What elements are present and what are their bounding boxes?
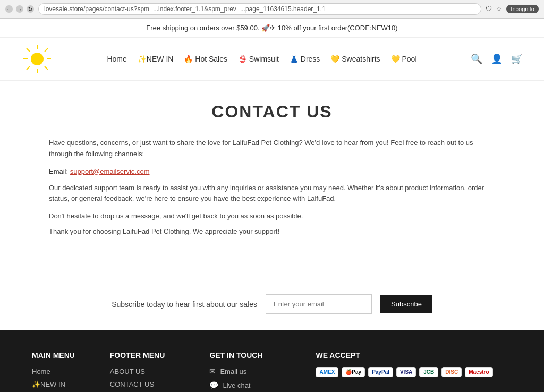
- browser-controls: ← → ↻: [5, 5, 34, 13]
- footer-nav-new-in[interactable]: ✨NEW IN: [32, 380, 65, 388]
- subscribe-button[interactable]: Subscribe: [380, 295, 432, 313]
- contact-note: Don't hesitate to drop us a message, and…: [49, 212, 495, 220]
- maestro-card: Maestro: [465, 367, 492, 377]
- nav-home[interactable]: Home: [107, 55, 126, 63]
- footer-main-menu: MAIN MENU Home ✨NEW IN 🔥 Hot Sales 👙 Swi…: [32, 351, 78, 392]
- visa-card: VISA: [396, 367, 416, 377]
- main-content: CONTACT US Have questions, concerns, or …: [0, 81, 544, 330]
- email-label: Email:: [49, 167, 68, 175]
- nav-sweatshirts[interactable]: 💛 Sweatshirts: [330, 55, 380, 63]
- we-accept-title: We accept: [316, 351, 492, 360]
- nav-swimsuit[interactable]: 👙 Swimsuit: [238, 55, 279, 63]
- list-item: CONTACT US: [110, 380, 178, 388]
- email-us-link[interactable]: Email us: [220, 368, 246, 376]
- jcb-card: JCB: [419, 367, 438, 377]
- chat-icon: 💬: [209, 381, 218, 389]
- header-icons: 🔍 👤 🛒: [471, 53, 523, 65]
- announcement-text: Free shipping on orders over $59.00. 🚀✈ …: [146, 24, 397, 32]
- extension-icon: 🛡: [486, 5, 492, 13]
- account-icon[interactable]: 👤: [491, 53, 503, 65]
- svg-line-8: [27, 66, 30, 70]
- footer-about-us[interactable]: ABOUT US: [110, 368, 145, 376]
- footer-top: MAIN MENU Home ✨NEW IN 🔥 Hot Sales 👙 Swi…: [32, 351, 512, 392]
- svg-line-6: [45, 66, 48, 70]
- svg-line-7: [45, 48, 48, 52]
- list-item: ✨NEW IN: [32, 380, 78, 388]
- cart-icon[interactable]: 🛒: [511, 53, 523, 65]
- site-header: Home ✨NEW IN 🔥 Hot Sales 👙 Swimsuit 👗 Dr…: [0, 38, 544, 81]
- nav-dress[interactable]: 👗 Dress: [290, 55, 320, 63]
- footer-menu-list: ABOUT US CONTACT US PRIVACY POLICY SHIPP…: [110, 367, 178, 392]
- footer-menu-title: Footer menu: [110, 351, 178, 360]
- forward-button[interactable]: →: [16, 5, 23, 13]
- list-item: ABOUT US: [110, 367, 178, 376]
- live-chat-item: 💬 Live chat: [209, 381, 284, 389]
- site-logo[interactable]: [21, 43, 53, 75]
- incognito-badge: Incognito: [506, 5, 539, 13]
- main-menu-list: Home ✨NEW IN 🔥 Hot Sales 👙 Swimsuit 👗 Dr…: [32, 367, 78, 392]
- browser-right: 🛡 ☆ Incognito: [486, 5, 539, 13]
- svg-point-0: [31, 53, 44, 65]
- nav-hot-sales[interactable]: 🔥 Hot Sales: [184, 55, 227, 63]
- email-line: Email: support@emailservic.com: [49, 167, 495, 175]
- site-footer: MAIN MENU Home ✨NEW IN 🔥 Hot Sales 👙 Swi…: [0, 330, 544, 392]
- star-icon: ☆: [496, 5, 502, 13]
- contact-thanks: Thank you for choosing LaifuFad Pet Clot…: [49, 227, 495, 235]
- url-bar[interactable]: lovesale.store/pages/contact-us?spm=...i…: [38, 3, 481, 15]
- contact-body: Our dedicated support team is ready to a…: [49, 183, 495, 205]
- footer-we-accept: We accept AMEX 🍎Pay PayPal VISA JCB DISC…: [316, 351, 492, 392]
- paypal-card: PayPal: [368, 367, 393, 377]
- payment-icons: AMEX 🍎Pay PayPal VISA JCB DISC Maestro: [316, 367, 492, 377]
- footer-get-in-touch: Get in touch ✉ Email us 💬 Live chat: [209, 351, 284, 392]
- back-button[interactable]: ←: [5, 5, 13, 13]
- discover-card: DISC: [441, 367, 462, 377]
- subscribe-label: Subscribe today to hear first about our …: [112, 300, 257, 309]
- browser-chrome: ← → ↻ lovesale.store/pages/contact-us?sp…: [0, 0, 544, 19]
- nav-pool[interactable]: 💛 Pool: [391, 55, 417, 63]
- footer-links-col: Footer menu ABOUT US CONTACT US PRIVACY …: [110, 351, 178, 392]
- page-title: CONTACT US: [49, 102, 495, 122]
- live-chat-link[interactable]: Live chat: [223, 381, 250, 389]
- announcement-bar: Free shipping on orders over $59.00. 🚀✈ …: [0, 19, 544, 38]
- email-subscribe-input[interactable]: [266, 294, 372, 314]
- search-icon[interactable]: 🔍: [471, 53, 482, 65]
- amex-card: AMEX: [316, 367, 338, 377]
- reload-button[interactable]: ↻: [27, 5, 34, 13]
- footer-nav-home[interactable]: Home: [32, 368, 50, 376]
- svg-line-5: [27, 48, 30, 52]
- subscribe-section: Subscribe today to hear first about our …: [0, 278, 544, 330]
- logo-svg: [21, 43, 53, 75]
- nav-new-in[interactable]: ✨NEW IN: [138, 55, 174, 63]
- email-contact-item: ✉ Email us: [209, 367, 284, 376]
- apple-pay-card: 🍎Pay: [342, 367, 365, 377]
- main-nav: Home ✨NEW IN 🔥 Hot Sales 👙 Swimsuit 👗 Dr…: [107, 55, 416, 63]
- contact-intro: Have questions, concerns, or just want t…: [49, 138, 495, 160]
- get-in-touch-title: Get in touch: [209, 351, 284, 360]
- footer-contact-us[interactable]: CONTACT US: [110, 380, 154, 388]
- list-item: Home: [32, 367, 78, 376]
- email-address[interactable]: support@emailservic.com: [70, 167, 150, 175]
- main-menu-title: MAIN MENU: [32, 351, 78, 360]
- email-icon: ✉: [209, 367, 216, 376]
- url-text: lovesale.store/pages/contact-us?spm=...i…: [44, 5, 326, 13]
